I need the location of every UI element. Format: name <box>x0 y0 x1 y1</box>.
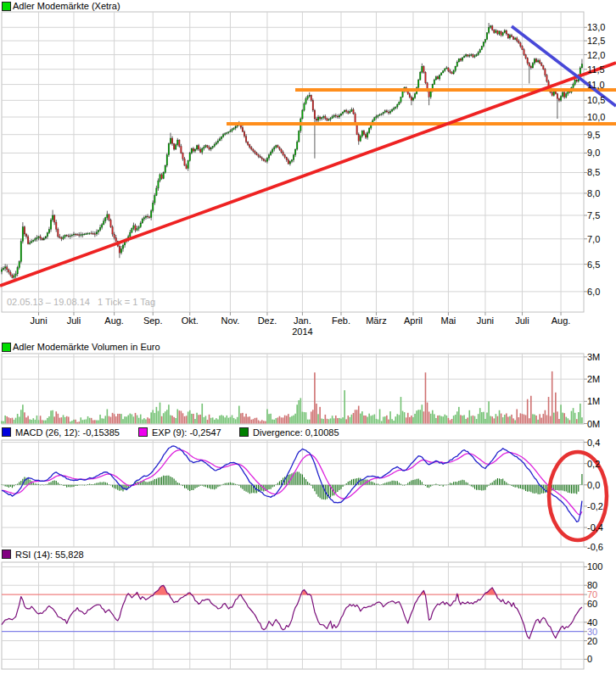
candle <box>374 118 376 120</box>
price-tick-label: 7,0 <box>587 234 600 244</box>
volume-bar <box>38 420 40 423</box>
candle <box>360 137 361 142</box>
volume-bar <box>193 414 194 424</box>
volume-bar <box>92 420 94 423</box>
volume-bar <box>311 411 312 423</box>
volume-bar <box>344 390 345 423</box>
candle <box>98 231 99 232</box>
candle <box>294 149 296 155</box>
candle <box>478 53 479 55</box>
volume-bar <box>562 413 563 424</box>
candle <box>307 97 309 99</box>
candle <box>298 131 300 142</box>
volume-bar <box>543 414 545 423</box>
volume-bar <box>48 416 50 423</box>
candle <box>68 236 70 237</box>
panel-frame <box>2 12 584 312</box>
volume-bar <box>509 416 511 424</box>
volume-bar <box>135 413 137 424</box>
candle <box>353 109 355 114</box>
candle <box>86 234 87 235</box>
volume-bar <box>188 411 189 423</box>
volume-bar <box>319 407 321 424</box>
volume-bar <box>247 417 249 424</box>
volume-bar <box>574 413 576 424</box>
candle <box>520 43 522 47</box>
volume-bar <box>335 416 337 424</box>
volume-bar <box>256 418 258 424</box>
candle <box>302 110 304 119</box>
candle <box>411 98 412 101</box>
candle <box>367 133 368 138</box>
volume-bar <box>168 404 170 423</box>
volume-bar <box>145 420 147 424</box>
candle <box>497 31 499 34</box>
volume-bar <box>350 417 351 424</box>
candle <box>496 31 497 33</box>
candle <box>201 148 203 152</box>
candle <box>281 149 283 152</box>
candle <box>522 47 524 50</box>
volume-bar <box>511 415 512 424</box>
candle <box>163 172 165 178</box>
volume-bar <box>84 420 86 424</box>
candle <box>322 116 324 117</box>
candle <box>562 92 563 97</box>
volume-bar <box>22 404 24 423</box>
volume-bar <box>14 420 15 424</box>
volume-bar <box>471 416 473 424</box>
candle <box>14 276 15 277</box>
volume-bar <box>560 404 562 423</box>
candle <box>19 262 20 268</box>
candle <box>222 135 224 137</box>
volume-bar <box>24 412 25 423</box>
volume-bar <box>484 419 486 424</box>
candle <box>55 222 57 229</box>
volume-bar <box>276 418 277 423</box>
volume-bar <box>191 414 193 424</box>
volume-bar <box>29 419 31 423</box>
candle <box>33 240 35 241</box>
candle <box>268 155 270 159</box>
candle <box>350 111 351 113</box>
candle <box>272 149 273 152</box>
volume-bar <box>314 372 316 423</box>
volume-bar <box>214 420 216 424</box>
candle <box>101 225 103 227</box>
candle <box>484 39 486 42</box>
volume-bar <box>61 417 63 423</box>
volume-bar <box>448 418 450 424</box>
volume-bar <box>473 416 474 424</box>
volume-bar <box>296 404 298 423</box>
volume-bar <box>289 417 291 424</box>
candle <box>312 100 314 110</box>
volume-bar <box>1 421 3 423</box>
volume-bar <box>89 418 91 424</box>
candle <box>317 117 319 120</box>
candle <box>479 50 481 53</box>
volume-bar <box>502 417 504 423</box>
candle <box>283 152 284 154</box>
candle <box>249 145 250 148</box>
volume-bar <box>496 414 497 423</box>
macd-tick-label: 0,2 <box>587 459 600 469</box>
candle <box>344 110 345 112</box>
candle <box>332 117 333 119</box>
candle <box>205 146 207 148</box>
candle <box>386 111 388 112</box>
candle <box>47 233 48 237</box>
volume-bar <box>316 404 317 424</box>
volume-bar <box>337 418 339 423</box>
candle <box>291 160 293 162</box>
month-label: Juni <box>467 315 504 326</box>
candle <box>383 112 384 114</box>
candle <box>210 148 212 149</box>
volume-bar <box>52 410 53 424</box>
candle <box>158 181 160 188</box>
candle <box>198 146 199 149</box>
candle <box>43 238 45 240</box>
candle <box>439 75 440 79</box>
volume-bar <box>291 416 293 424</box>
volume-bar <box>182 413 184 423</box>
volume-bar <box>194 419 196 423</box>
